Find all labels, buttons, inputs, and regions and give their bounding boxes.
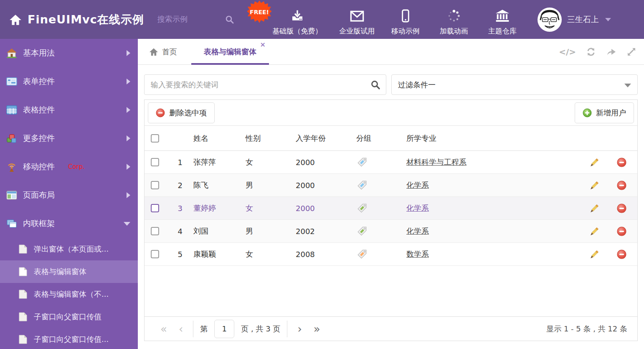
cubes-icon <box>6 133 17 144</box>
page-number-input[interactable] <box>214 320 234 338</box>
minus-circle-icon <box>156 108 165 117</box>
corp-badge: Corp. <box>68 163 85 171</box>
user-menu[interactable]: 三生石上 <box>538 8 611 32</box>
page-prefix: 第 <box>200 324 208 334</box>
sidebar-item-page-layout[interactable]: 页面布局 <box>0 181 138 209</box>
column-header-group[interactable]: 分组 <box>351 133 401 143</box>
row-checkbox[interactable] <box>151 204 159 212</box>
first-page-button[interactable]: « <box>155 324 173 334</box>
home-icon <box>9 14 22 25</box>
select-all-checkbox[interactable] <box>151 134 159 143</box>
sidebar-item-mobile-controls[interactable]: 移动控件 Corp. <box>0 153 138 181</box>
header-search[interactable] <box>157 15 234 24</box>
column-header-year[interactable]: 入学年份 <box>291 133 351 143</box>
table-row[interactable]: 2 陈飞 男 2000 化学系 <box>145 174 637 197</box>
delete-button[interactable] <box>606 204 637 213</box>
table-row[interactable]: 1 张萍萍 女 2000 材料科学与工程系 <box>145 151 637 174</box>
filter-dropdown[interactable]: 过滤条件一 <box>391 74 638 95</box>
prev-page-button[interactable]: ‹ <box>173 324 189 334</box>
tab-grid-edit-window[interactable]: 表格与编辑窗体 × <box>191 39 269 64</box>
source-code-icon[interactable]: </> <box>559 47 576 57</box>
close-icon[interactable]: × <box>260 41 266 48</box>
refresh-icon[interactable] <box>586 47 596 57</box>
delete-selected-button[interactable]: 删除选中项 <box>148 102 215 123</box>
delete-button[interactable] <box>606 181 637 190</box>
table-row[interactable]: 3 董婷婷 女 2000 化学系 <box>145 197 637 220</box>
edit-button[interactable] <box>583 181 606 190</box>
chevron-right-icon <box>127 192 130 198</box>
sidebar-item-iframe[interactable]: 内联框架 <box>0 209 138 238</box>
row-number: 1 <box>165 158 188 167</box>
last-page-button[interactable]: » <box>308 324 326 334</box>
row-checkbox[interactable] <box>151 158 159 166</box>
plus-circle-icon <box>583 108 592 117</box>
cell-gender: 女 <box>241 157 291 167</box>
major-link[interactable]: 数学系 <box>401 250 429 258</box>
table-row[interactable]: 4 刘国 男 2002 化学系 <box>145 220 637 243</box>
add-user-button[interactable]: 新增用户 <box>575 102 634 123</box>
row-number: 5 <box>165 250 188 259</box>
edit-button[interactable] <box>583 250 606 259</box>
nav-item-enterprise-trial[interactable]: 企业版试用 <box>339 3 375 36</box>
tag-icon <box>357 226 367 236</box>
avatar <box>538 8 562 32</box>
nav-label: 基础版（免费） <box>272 26 322 36</box>
row-number: 4 <box>165 227 188 236</box>
header-search-input[interactable] <box>157 15 220 24</box>
next-page-button[interactable]: › <box>292 324 307 334</box>
app-logo[interactable]: FineUIMvc在线示例 <box>0 12 144 27</box>
sidebar-child-grid-edit-window[interactable]: 表格与编辑窗体 <box>0 260 138 283</box>
keyword-search-input[interactable] <box>144 74 386 95</box>
row-checkbox[interactable] <box>151 181 159 189</box>
table-row[interactable]: 5 康颖颖 女 2008 数学系 <box>145 243 637 266</box>
form-icon <box>6 76 17 87</box>
nav-item-loading-animation[interactable]: 加载动画 <box>436 3 472 36</box>
page-icon <box>19 267 27 276</box>
delete-button[interactable] <box>606 250 637 259</box>
row-checkbox[interactable] <box>151 250 159 258</box>
minus-circle-icon <box>617 181 626 190</box>
tab-home[interactable]: 首页 <box>144 39 182 64</box>
tab-tools: </> <box>559 39 636 65</box>
delete-button[interactable] <box>606 227 637 236</box>
major-link[interactable]: 材料科学与工程系 <box>401 158 467 166</box>
sidebar-item-label: 表格控件 <box>23 104 127 115</box>
pencil-icon <box>590 250 599 259</box>
sidebar-child-child-to-parent[interactable]: 子窗口向父窗口传值 <box>0 306 138 328</box>
pencil-icon <box>590 158 599 167</box>
delete-selected-label: 删除选中项 <box>169 108 207 118</box>
major-link[interactable]: 化学系 <box>401 181 429 189</box>
nav-item-basic-edition[interactable]: FREE! 基础版（免费） <box>268 3 327 36</box>
sidebar-child-child-to-parent-2[interactable]: 子窗口向父窗口传值... <box>0 328 138 349</box>
delete-button[interactable] <box>606 158 637 167</box>
search-icon[interactable] <box>370 80 380 90</box>
nav-item-mobile-demo[interactable]: 移动示例 <box>388 3 423 36</box>
page-icon <box>19 312 27 321</box>
column-header-major[interactable]: 所学专业 <box>401 133 583 143</box>
major-link[interactable]: 化学系 <box>401 204 429 212</box>
divider <box>193 321 193 337</box>
expand-icon[interactable] <box>626 47 636 57</box>
edit-button[interactable] <box>583 158 606 167</box>
nav-item-theme-repo[interactable]: 主题仓库 <box>484 3 520 36</box>
sidebar-child-grid-edit-window-2[interactable]: 表格与编辑窗体（不... <box>0 283 138 306</box>
edit-button[interactable] <box>583 204 606 213</box>
search-icon[interactable] <box>225 15 234 24</box>
sidebar-child-popup-window[interactable]: 弹出窗体（本页面或... <box>0 238 138 260</box>
content-area: 过滤条件一 删除选中项 新增用户 姓名 性别 <box>138 65 644 341</box>
sidebar: 基本用法 表单控件 表格控件 更多控件 移动控件 Corp. 页面布局 内联框架 <box>0 39 138 349</box>
sidebar-item-grid-controls[interactable]: 表格控件 <box>0 96 138 124</box>
filter-row: 过滤条件一 <box>144 74 638 95</box>
column-header-gender[interactable]: 性别 <box>241 133 291 143</box>
sidebar-child-label: 表格与编辑窗体 <box>34 267 86 277</box>
share-icon[interactable] <box>606 47 616 57</box>
sidebar-item-basic-usage[interactable]: 基本用法 <box>0 39 138 67</box>
column-header-name[interactable]: 姓名 <box>188 133 241 143</box>
table-icon <box>6 104 17 115</box>
sidebar-item-form-controls[interactable]: 表单控件 <box>0 67 138 96</box>
major-link[interactable]: 化学系 <box>401 227 429 235</box>
cell-gender: 女 <box>241 249 291 259</box>
sidebar-item-more-controls[interactable]: 更多控件 <box>0 124 138 153</box>
row-checkbox[interactable] <box>151 227 159 235</box>
edit-button[interactable] <box>583 227 606 236</box>
